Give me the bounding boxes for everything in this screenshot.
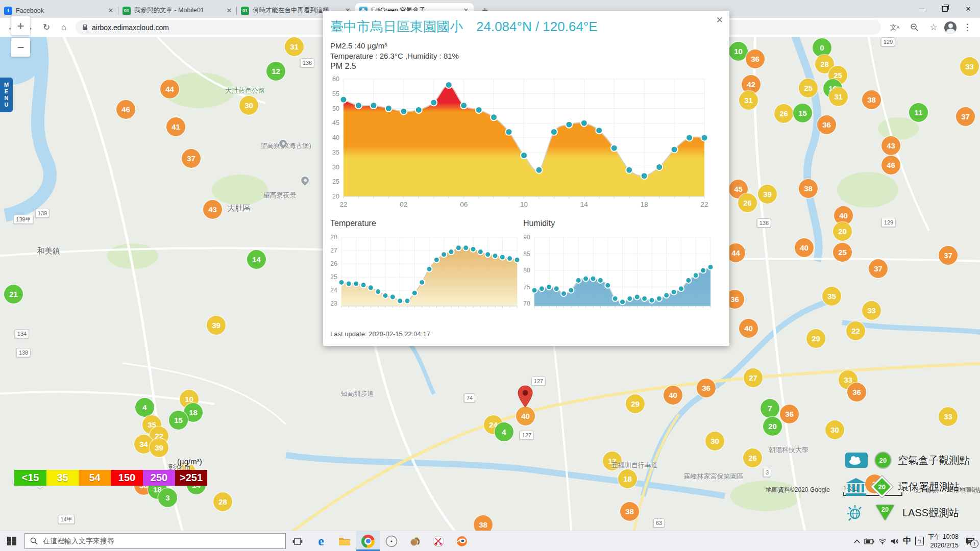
chrome-app-button[interactable] <box>356 531 380 551</box>
map-marker[interactable]: 11 <box>909 103 928 122</box>
map-marker[interactable]: 40 <box>795 238 814 257</box>
map-marker[interactable]: 37 <box>182 149 201 168</box>
map-marker[interactable]: 31 <box>829 87 848 106</box>
menu-tab[interactable]: MENU <box>0 78 13 112</box>
map-marker[interactable]: 12 <box>266 62 285 81</box>
map-marker[interactable]: 43 <box>881 136 900 155</box>
map-marker[interactable]: 30 <box>239 96 258 115</box>
popup-close-icon[interactable]: ✕ <box>716 15 723 26</box>
map-marker[interactable]: 39 <box>207 316 226 335</box>
file-explorer-button[interactable] <box>333 531 356 551</box>
map-marker[interactable]: 38 <box>620 502 639 521</box>
selected-station-marker[interactable]: 40 <box>516 407 535 425</box>
map-marker[interactable]: 30 <box>705 432 724 450</box>
map-marker[interactable]: 41 <box>166 117 185 136</box>
map-marker[interactable]: 4 <box>495 422 513 441</box>
ime-mode-indicator[interactable]: ㄅ <box>915 537 924 545</box>
profile-avatar[interactable] <box>944 21 957 34</box>
translate-icon[interactable]: 文A <box>886 20 903 35</box>
tab-close-icon[interactable]: ✕ <box>107 7 114 14</box>
edge-app-button[interactable]: e <box>309 531 333 551</box>
tab-facebook[interactable]: f Facebook ✕ <box>0 3 118 18</box>
taskbar-clock[interactable]: 下午 10:08 2020/2/15 <box>928 533 959 550</box>
map-marker[interactable]: 27 <box>744 368 763 387</box>
ime-language-indicator[interactable]: 中 <box>903 536 911 546</box>
map-marker[interactable]: 26 <box>774 104 793 123</box>
map-marker[interactable]: 36 <box>780 405 799 423</box>
map-marker[interactable]: 21 <box>4 285 23 304</box>
map-marker[interactable]: 38 <box>474 515 493 531</box>
squirrel-app-button[interactable] <box>403 531 427 551</box>
action-center-icon[interactable]: 1 <box>966 537 975 545</box>
map-marker[interactable]: 15 <box>793 104 812 122</box>
map-marker[interactable]: 36 <box>817 115 836 134</box>
pm25-chart[interactable]: 60555045403530252022020610141822 <box>323 69 729 217</box>
map-marker[interactable]: 40 <box>739 319 758 338</box>
map-marker[interactable]: 31 <box>285 37 304 56</box>
map-marker[interactable]: 40 <box>664 386 682 405</box>
map-marker[interactable]: 36 <box>697 379 716 397</box>
map-marker[interactable]: 35 <box>822 287 841 306</box>
map-marker[interactable]: 44 <box>160 80 179 98</box>
map-marker[interactable]: 30 <box>825 420 844 439</box>
map-marker[interactable]: 33 <box>862 301 881 320</box>
map-marker[interactable]: 37 <box>869 259 888 278</box>
map-marker[interactable]: 31 <box>739 91 758 110</box>
map-marker[interactable]: 29 <box>806 329 825 348</box>
svg-text:60: 60 <box>332 76 339 83</box>
taskbar-search-input[interactable]: 在這裡輸入文字來搜尋 <box>24 533 286 549</box>
tab-close-icon[interactable]: ✕ <box>226 7 233 14</box>
start-button[interactable] <box>0 531 23 551</box>
map-marker[interactable]: 33 <box>939 407 958 426</box>
map-marker[interactable]: 0 <box>813 38 831 57</box>
map-marker[interactable]: 28 <box>213 492 232 511</box>
wifi-icon[interactable] <box>878 538 887 544</box>
tab-mobile01-article[interactable]: 01 我參與的文章 - Mobile01 ✕ <box>118 3 237 18</box>
home-icon[interactable]: ⌂ <box>55 20 72 35</box>
blender-app-button[interactable] <box>450 531 474 551</box>
map-zoom-out-button[interactable]: − <box>11 38 30 57</box>
map-marker[interactable]: 33 <box>960 57 979 76</box>
temperature-chart[interactable]: 282726252423 <box>323 227 527 315</box>
task-view-button[interactable] <box>286 531 309 551</box>
map-marker[interactable]: 38 <box>799 179 818 198</box>
zoom-out-page-icon[interactable] <box>905 20 923 35</box>
map-marker[interactable]: 10 <box>729 42 748 61</box>
compass-app-button[interactable] <box>380 531 403 551</box>
map-marker[interactable]: 46 <box>116 100 135 119</box>
map-marker[interactable]: 20 <box>763 417 782 436</box>
battery-icon[interactable] <box>864 538 874 544</box>
map-marker[interactable]: 39 <box>150 438 168 457</box>
map-marker[interactable]: 4 <box>135 398 154 417</box>
reload-icon[interactable]: ↻ <box>38 20 55 35</box>
map-marker[interactable]: 36 <box>746 49 765 68</box>
map-marker[interactable]: 14 <box>247 250 266 269</box>
volume-icon[interactable] <box>891 538 899 545</box>
map-marker[interactable]: 7 <box>761 399 779 418</box>
selected-station-pin[interactable] <box>518 385 533 408</box>
tray-expand-chevron-icon[interactable] <box>854 539 860 543</box>
map-marker[interactable]: 20 <box>833 222 852 241</box>
map-marker[interactable]: 36 <box>847 383 866 402</box>
map-marker[interactable]: 25 <box>799 79 818 97</box>
map-marker[interactable]: 29 <box>626 394 645 413</box>
bookmark-star-icon[interactable]: ☆ <box>925 20 942 35</box>
map-marker[interactable]: 26 <box>738 193 757 212</box>
map-marker[interactable]: 38 <box>862 90 881 109</box>
map-marker[interactable]: 46 <box>881 156 900 174</box>
map-marker[interactable]: 15 <box>169 411 188 430</box>
map-marker[interactable]: 22 <box>846 321 865 340</box>
close-button[interactable]: ✕ <box>957 0 980 18</box>
map-marker[interactable]: 43 <box>203 200 222 219</box>
map-marker[interactable]: 39 <box>758 185 777 204</box>
map-marker[interactable]: 25 <box>833 243 852 262</box>
map-marker[interactable]: 37 <box>939 246 958 265</box>
map-marker[interactable]: 37 <box>956 107 975 126</box>
map-zoom-in-button[interactable]: + <box>11 16 30 35</box>
menu-dots-icon[interactable]: ⋮ <box>959 20 976 35</box>
minimize-button[interactable] <box>910 0 933 18</box>
restore-button[interactable] <box>933 0 957 18</box>
scissors-app-button[interactable] <box>427 531 450 551</box>
map-marker[interactable]: 26 <box>743 448 762 467</box>
humidity-chart[interactable]: 9085807570 <box>524 227 728 315</box>
